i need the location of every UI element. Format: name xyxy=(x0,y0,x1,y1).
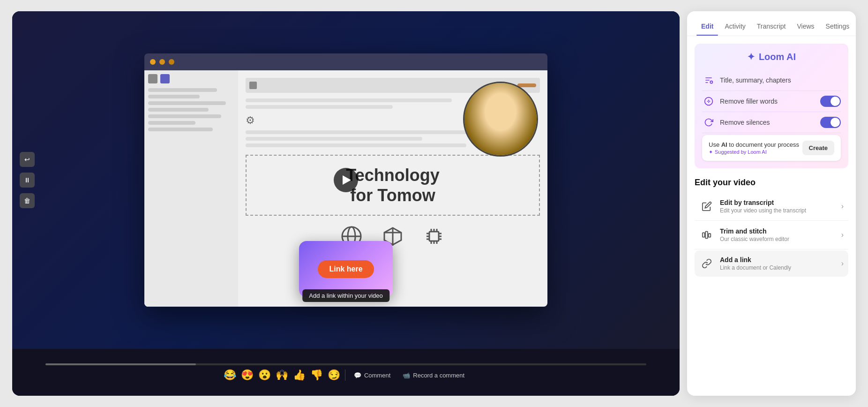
play-button[interactable] xyxy=(334,168,358,192)
tabs-row: Edit Activity Transcript Views Settings … xyxy=(687,11,856,36)
screen-titlebar xyxy=(144,53,547,70)
trim-title: Trim and stitch xyxy=(720,227,836,235)
filler-words-icon xyxy=(702,95,715,108)
link-content: Add a link Link a document or Calendly xyxy=(720,256,836,271)
ai-word: AI xyxy=(721,141,727,148)
transcript-icon xyxy=(699,199,714,214)
emoji-divider xyxy=(345,369,345,381)
ai-suggest-sub: ✦ Suggested by Loom AI xyxy=(709,149,799,155)
video-panel: ↩ ⏸ 🗑 xyxy=(12,11,680,396)
right-panel: Edit Activity Transcript Views Settings … xyxy=(687,11,856,396)
icons-row xyxy=(246,225,540,248)
tab-views[interactable]: Views xyxy=(793,19,819,36)
silences-icon xyxy=(702,116,715,129)
sparkle-icon: ✦ xyxy=(747,51,755,62)
ai-suggest-content: Use AI to document your process ✦ Sugges… xyxy=(709,141,799,155)
record-label: Record a comment xyxy=(413,372,464,379)
edit-video-section: Edit your video Edit by transcript Edit … xyxy=(695,178,848,277)
play-overlay[interactable] xyxy=(334,168,358,192)
emoji-laugh[interactable]: 😂 xyxy=(224,369,236,381)
comment-icon: 💬 xyxy=(354,372,361,379)
emoji-wow[interactable]: 😮 xyxy=(258,369,271,381)
add-link-item[interactable]: Add a link Link a document or Calendly › xyxy=(695,250,848,277)
ai-feature-silences[interactable]: Remove silences xyxy=(702,112,841,133)
link-subtitle: Link a document or Calendly xyxy=(720,264,836,271)
trim-subtitle: Our classic waveform editor xyxy=(720,236,836,242)
loom-ai-label: Loom AI xyxy=(759,52,796,62)
edit-video-title: Edit your video xyxy=(695,178,848,188)
emoji-smirk[interactable]: 😏 xyxy=(328,369,340,381)
progress-fill xyxy=(45,363,195,365)
comment-button[interactable]: 💬 Comment xyxy=(350,370,394,381)
transcript-title: Edit by transcript xyxy=(720,199,836,206)
chip-icon xyxy=(423,225,445,248)
svg-rect-20 xyxy=(705,232,708,239)
dot-1 xyxy=(150,59,156,65)
toggle-knob-silences xyxy=(831,118,840,127)
dot-2 xyxy=(159,59,165,65)
ai-feature-filler-words[interactable]: Remove filler words xyxy=(702,91,841,112)
play-icon xyxy=(343,175,351,185)
video-content: ↩ ⏸ 🗑 xyxy=(12,11,680,349)
tab-edit[interactable]: Edit xyxy=(696,19,718,36)
comment-label: Comment xyxy=(364,372,390,379)
link-arrow: › xyxy=(841,259,844,268)
emoji-row: 😂 😍 😮 🙌 👍 👎 😏 💬 Comment 📹 Record a comme… xyxy=(224,369,468,381)
video-bottom-bar: 😂 😍 😮 🙌 👍 👎 😏 💬 Comment 📹 Record a comme… xyxy=(12,349,680,396)
dot-3 xyxy=(169,59,174,65)
tab-settings[interactable]: Settings xyxy=(821,19,854,36)
webcam-person xyxy=(464,83,537,155)
left-controls: ↩ ⏸ 🗑 xyxy=(20,152,35,208)
filler-words-label: Remove filler words xyxy=(720,98,816,105)
divider-2 xyxy=(695,249,848,249)
ai-suggest-box: Use AI to document your process ✦ Sugges… xyxy=(702,135,841,161)
emoji-heart-eyes[interactable]: 😍 xyxy=(241,369,254,381)
svg-rect-21 xyxy=(709,234,711,237)
svg-rect-19 xyxy=(703,233,705,237)
transcript-subtitle: Edit your video using the transcript xyxy=(720,207,836,214)
record-comment-button[interactable]: 📹 Record a comment xyxy=(399,370,468,381)
title-summary-icon xyxy=(702,74,715,87)
trim-arrow: › xyxy=(841,231,844,239)
sparkle-sub-icon: ✦ xyxy=(709,149,713,155)
webcam-circle xyxy=(463,82,538,157)
emoji-thumbs-up[interactable]: 👍 xyxy=(293,369,306,381)
trash-button[interactable]: 🗑 xyxy=(20,193,35,208)
trim-icon xyxy=(699,227,714,242)
title-summary-label: Title, summary, chapters xyxy=(720,76,841,84)
edit-by-transcript-item[interactable]: Edit by transcript Edit your video using… xyxy=(695,193,848,219)
silences-label: Remove silences xyxy=(720,119,816,126)
screen-sidebar xyxy=(144,70,238,307)
emoji-clap[interactable]: 🙌 xyxy=(276,369,288,381)
title-box: Technologyfor Tomow xyxy=(246,155,540,216)
video-title: Technologyfor Tomow xyxy=(256,165,530,205)
progress-bar xyxy=(45,363,646,365)
record-icon: 📹 xyxy=(403,372,410,379)
link-popup: Link here Add a link within your video xyxy=(299,241,393,297)
svg-point-18 xyxy=(710,81,712,83)
toggle-knob-filler xyxy=(831,97,840,106)
transcript-arrow: › xyxy=(841,202,844,211)
pause-button[interactable]: ⏸ xyxy=(20,173,35,188)
create-button[interactable]: Create xyxy=(802,141,834,155)
panel-body: ✦ Loom AI Title, summary, chapters xyxy=(687,36,856,396)
emoji-thumbs-down[interactable]: 👎 xyxy=(310,369,323,381)
tab-transcript[interactable]: Transcript xyxy=(752,19,791,36)
trim-stitch-item[interactable]: Trim and stitch Our classic waveform edi… xyxy=(695,222,848,248)
loom-ai-card: ✦ Loom AI Title, summary, chapters xyxy=(695,44,848,168)
transcript-content: Edit by transcript Edit your video using… xyxy=(720,199,836,214)
svg-rect-5 xyxy=(429,232,439,241)
link-here-button[interactable]: Link here xyxy=(318,260,374,278)
link-tooltip: Add a link within your video xyxy=(302,289,389,302)
loom-ai-title: ✦ Loom AI xyxy=(702,51,841,62)
divider-1 xyxy=(695,220,848,221)
link-title: Add a link xyxy=(720,256,836,264)
undo-button[interactable]: ↩ xyxy=(20,152,35,167)
link-icon xyxy=(699,256,714,271)
silences-toggle[interactable] xyxy=(820,117,841,128)
ai-feature-title-summary[interactable]: Title, summary, chapters xyxy=(702,70,841,91)
trim-content: Trim and stitch Our classic waveform edi… xyxy=(720,227,836,242)
filler-words-toggle[interactable] xyxy=(820,96,841,107)
tab-activity[interactable]: Activity xyxy=(720,19,750,36)
ai-suggest-text: Use AI to document your process xyxy=(709,141,799,148)
